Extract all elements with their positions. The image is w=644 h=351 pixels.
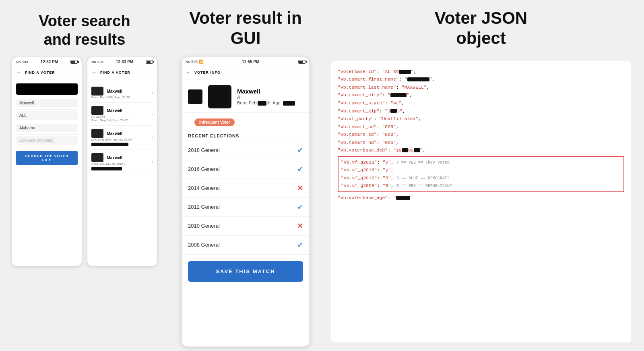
phone1-status: No SIM 12:32 PM [12, 57, 82, 66]
center-phone-nav: ← VOTER INFO [182, 66, 310, 79]
voter-dob: Born: Feb th, Age: [237, 100, 295, 106]
voter-info-block: Maxwell AL Born: Feb th, Age: [237, 88, 295, 106]
result-detail-4: HARTSELLE, AL 35640 [91, 162, 126, 166]
divider1 [16, 109, 78, 110]
json-panel: "voterbase_id": "AL-39", "vb.tsmart_firs… [330, 61, 632, 343]
election-name-2018: 2018 General [188, 147, 220, 153]
phone1-body: Maxwell ALL Alabama Zip Code (optional) … [12, 79, 82, 266]
center-heading: Voter result in GUI [173, 8, 318, 49]
center-column: Voter result in GUI No SIM 📶 12:55 PM ← … [169, 0, 322, 351]
phone2-nav-title: FIND A VOTER [100, 71, 130, 75]
center-battery [298, 60, 305, 64]
redacted-bar4 [91, 167, 122, 170]
phone1-nav-title: FIND A VOTER [25, 71, 55, 75]
election-row-2014: 2014 General ✕ [182, 179, 310, 198]
search-phone: No SIM 12:32 PM ← FIND A VOTER Maxwell A… [12, 57, 82, 266]
avatar3 [91, 129, 103, 138]
json-state: "vb.tsmart_state": "AL", [338, 99, 624, 107]
json-g2018: "vb.vf_g2018": "y", Y == YES == They vot… [341, 158, 621, 166]
right-heading: Voter JSON object [330, 8, 632, 49]
redacted-bar3 [91, 143, 128, 146]
phone2-nav: ← FIND A VOTER [87, 66, 157, 79]
election-name-2014: 2014 General [188, 185, 220, 191]
json-g2016: "vb.vf_g2016": "y", [341, 166, 621, 174]
election-row-2016: 2016 General ✓ [182, 160, 310, 179]
right-column: Voter JSON object "voterbase_id": "AL-39… [322, 0, 644, 351]
search-voter-button[interactable]: SEARCH THE VOTER FILE [16, 151, 78, 165]
divider2 [16, 122, 78, 122]
search-redacted [16, 83, 78, 95]
voter-info-nav-title: VOTER INFO [194, 71, 221, 75]
result-name-3: Maxwell [107, 131, 122, 136]
center-carrier: No SIM 📶 [186, 60, 203, 64]
json-dob: "vb.voterbase_dob": "1902", [338, 146, 624, 154]
field-zipcode[interactable]: Zip Code (optional) [16, 136, 78, 145]
chevron-right-icon4: › [152, 160, 153, 164]
json-sd: "vb.tsmart_sd": "002", [338, 131, 624, 139]
json-party: "vb.vf_party": "Unaffiliated", [338, 115, 624, 123]
center-time: 12:55 PM [242, 60, 259, 64]
phone2-body: Maxwell Born: Feb 12th, Age: 65-70 › Max… [87, 79, 157, 266]
voted-yes-2008: ✓ [297, 241, 303, 249]
voter-avatar-large [208, 85, 231, 108]
election-row-2012: 2012 General ✓ [182, 198, 310, 217]
back-arrow-icon3: ← [186, 69, 191, 76]
avatar1 [91, 87, 103, 96]
voted-yes-2018: ✓ [297, 146, 303, 155]
json-city: "vb.tsmart_city": "", [338, 91, 624, 99]
elections-label: RECENT ELECTIONS [182, 130, 310, 141]
result-item[interactable]: Maxwell Born: Feb 12th, Age: 65-70 › [91, 83, 153, 103]
field-all[interactable]: ALL [16, 111, 78, 120]
phones-row: No SIM 12:32 PM ← FIND A VOTER Maxwell A… [12, 57, 157, 266]
result-item[interactable]: Maxwell AL 35754Born: Sep 1st, Age: 70-7… [91, 103, 153, 126]
field-alabama[interactable]: Alabama [16, 124, 78, 132]
avatar2 [91, 106, 103, 115]
result-name-2: Maxwell [107, 108, 122, 113]
field-maxwell[interactable]: Maxwell [16, 99, 78, 107]
json-last-name: "vb.tsmart_last_name": "MAXWELL", [338, 83, 624, 91]
result-item[interactable]: Maxwell HARTSELLE, AL 35640 › [91, 150, 153, 174]
json-zip: "vb.tsmart_zip": "33", [338, 107, 624, 115]
back-arrow-icon2: ← [91, 69, 97, 76]
json-voterbase-id: "voterbase_id": "AL-39", [338, 68, 624, 76]
result-detail-2: AL 35754Born: Sep 1st, Age: 70-75 [91, 115, 128, 122]
json-cd: "vb.tsmart_cd": "005", [338, 123, 624, 131]
json-g2012: "vb.vf_g2012": "B", B == BLUE == DEMOCRA… [341, 174, 621, 182]
infrequent-voter-badge: Infrequent Voter [194, 118, 235, 126]
voted-yes-2012: ✓ [297, 203, 303, 212]
chevron-right-icon3: › [152, 135, 153, 140]
phone1-nav: ← FIND A VOTER [12, 66, 82, 79]
result-detail-1: Born: Feb 12th, Age: 65-70 [91, 96, 130, 99]
left-column: Voter search and results No SIM 12:32 PM… [0, 0, 169, 351]
back-arrow-icon: ← [16, 69, 22, 76]
chevron-right-icon1: › [152, 91, 153, 95]
voter-info-phone: No SIM 📶 12:55 PM ← VOTER INFO Maxwell A… [181, 57, 310, 347]
result-item[interactable]: Maxwell LACEYS SPRING, AL 35754 › [91, 126, 153, 150]
dob-redacted [258, 101, 266, 106]
phone2-status: No SIM 12:33 PM [87, 57, 157, 66]
json-age: "vb.voterbase_age": "" [338, 194, 624, 202]
voted-no-2010: ✕ [297, 222, 303, 231]
json-g2008: "vb.vf_g2008": "R", R == RED == REPUBLIC… [341, 182, 621, 190]
center-phone-status: No SIM 📶 12:55 PM [182, 57, 310, 66]
election-row-2018: 2018 General ✓ [182, 141, 310, 160]
json-highlighted-block: "vb.vf_g2018": "y", Y == YES == They vot… [338, 156, 624, 192]
phone2-battery [146, 60, 153, 64]
age-redacted [283, 101, 295, 106]
phone2-time: 12:33 PM [116, 60, 133, 64]
election-row-2010: 2010 General ✕ [182, 217, 310, 236]
voted-no-2014: ✕ [297, 184, 303, 193]
election-name-2016: 2016 General [188, 166, 220, 172]
badge-container: Infrequent Voter [182, 113, 310, 130]
chevron-right-icon2: › [152, 112, 153, 116]
election-name-2010: 2010 General [188, 223, 220, 229]
phone1-time: 12:32 PM [41, 60, 58, 64]
phone1-carrier: No SIM [16, 60, 28, 64]
left-heading: Voter search and results [39, 12, 130, 49]
json-hd: "vb.tsmart_hd": "005", [338, 139, 624, 147]
voted-yes-2016: ✓ [297, 165, 303, 174]
save-match-button[interactable]: SAVE THIS MATCH [188, 261, 303, 282]
voter-name: Maxwell [237, 88, 295, 95]
election-row-2008: 2008 General ✓ [182, 236, 310, 255]
results-phone: No SIM 12:33 PM ← FIND A VOTER Maxwell B… [87, 57, 157, 266]
